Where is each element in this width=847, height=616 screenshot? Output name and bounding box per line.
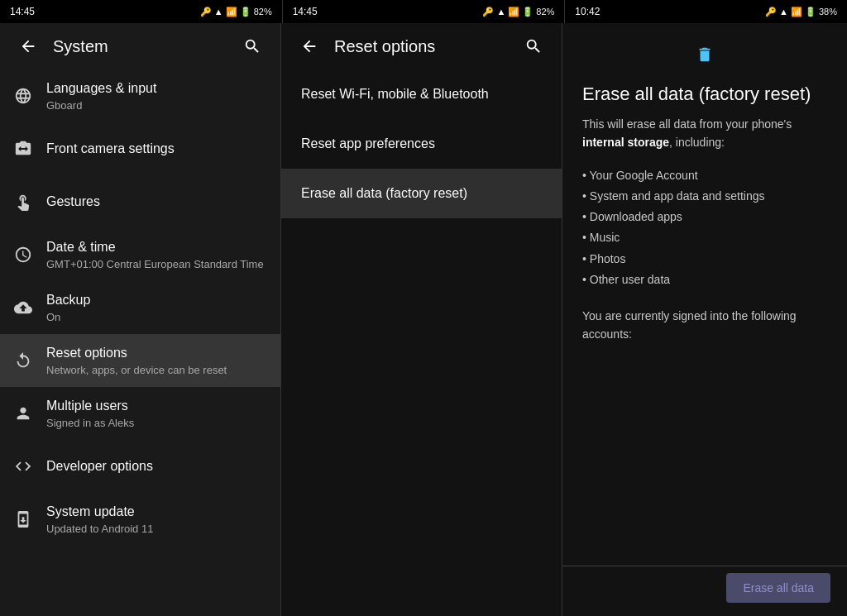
erase-list-item: • Your Google Account (582, 165, 827, 186)
reset-icon (13, 351, 33, 370)
backup-icon (13, 298, 33, 318)
erase-list-item: • System and app data and settings (582, 186, 827, 207)
time-2: 14:45 (293, 6, 318, 17)
language-icon (13, 86, 33, 106)
trash-icon (696, 40, 714, 70)
system-update-icon (13, 509, 33, 529)
backup-sublabel: On (46, 311, 267, 323)
reset-options-list: Reset Wi-Fi, mobile & Bluetooth Reset ap… (281, 69, 562, 616)
sidebar-item-languages[interactable]: Languages & input Gboard (0, 69, 280, 122)
erase-all-data-button[interactable]: Erase all data (726, 573, 830, 603)
sidebar-item-multiple-users[interactable]: Multiple users Signed in as Aleks (0, 387, 280, 440)
erase-all-data-title: Erase all data (factory reset) (582, 84, 827, 105)
languages-sublabel: Gboard (46, 99, 267, 112)
middle-panel: Reset options Reset Wi-Fi, mobile & Blue… (281, 23, 562, 616)
reset-app-preferences-label: Reset app preferences (301, 136, 435, 151)
divider (562, 566, 847, 566)
multiple-users-sublabel: Signed in as Aleks (46, 417, 267, 429)
backup-label: Backup (46, 292, 267, 309)
search-button-left[interactable] (237, 31, 267, 61)
time-3: 10:42 (575, 6, 600, 17)
erase-desc-bold: internal storage (582, 136, 669, 149)
reset-app-preferences-item[interactable]: Reset app preferences (281, 119, 562, 169)
back-button-left[interactable] (13, 31, 43, 61)
erase-list-item: • Downloaded apps (582, 207, 827, 227)
time-1: 14:45 (10, 6, 35, 17)
main-content: System Languages & input Gboard (0, 23, 847, 616)
person-icon (13, 404, 33, 423)
gestures-label: Gestures (46, 193, 267, 211)
status-icons-1: 🔑 ▲ 📶 🔋 82% (200, 7, 272, 17)
left-panel-header: System (0, 23, 280, 69)
developer-options-label: Developer options (46, 458, 267, 475)
status-icons-3: 🔑 ▲ 📶 🔋 38% (765, 7, 837, 17)
erase-accounts-text: You are currently signed into the follow… (582, 307, 827, 344)
status-icons-2: 🔑 ▲ 📶 🔋 82% (482, 7, 554, 17)
erase-list-item: • Other user data (582, 270, 827, 290)
sidebar-item-developer-options[interactable]: Developer options (0, 440, 280, 493)
status-bar-2: 14:45 🔑 ▲ 📶 🔋 82% (283, 0, 566, 23)
reset-options-sublabel: Network, apps, or device can be reset (46, 364, 267, 376)
erase-list-item: • Music (582, 227, 827, 248)
reset-wifi-item[interactable]: Reset Wi-Fi, mobile & Bluetooth (281, 69, 562, 119)
date-time-sublabel: GMT+01:00 Central European Standard Time (46, 258, 267, 270)
middle-panel-header: Reset options (281, 23, 562, 69)
sidebar-item-front-camera[interactable]: Front camera settings (0, 122, 280, 175)
right-panel: Erase all data (factory reset) This will… (562, 23, 847, 616)
erase-list-item: • Photos (582, 249, 827, 270)
date-time-label: Date & time (46, 239, 267, 256)
erase-all-data-label: Erase all data (factory reset) (301, 186, 467, 201)
system-update-sublabel: Updated to Android 11 (46, 523, 267, 535)
left-panel: System Languages & input Gboard (0, 23, 281, 616)
middle-panel-title: Reset options (334, 37, 509, 56)
reset-options-label: Reset options (46, 345, 267, 362)
erase-desc-text-2: , including: (669, 136, 725, 149)
status-bars: 14:45 🔑 ▲ 📶 🔋 82% 14:45 🔑 ▲ 📶 🔋 82% 10:4… (0, 0, 847, 23)
sidebar-item-system-update[interactable]: System update Updated to Android 11 (0, 493, 280, 546)
languages-label: Languages & input (46, 80, 267, 98)
sidebar-item-date-time[interactable]: Date & time GMT+01:00 Central European S… (0, 228, 280, 281)
camera-front-icon (13, 139, 33, 159)
multiple-users-label: Multiple users (46, 398, 267, 415)
erase-list: • Your Google Account • System and app d… (582, 165, 827, 290)
system-update-label: System update (46, 504, 267, 521)
gestures-icon (13, 192, 33, 212)
search-button-middle[interactable] (519, 31, 548, 61)
sidebar-item-gestures[interactable]: Gestures (0, 175, 280, 228)
clock-icon (13, 245, 33, 265)
settings-list: Languages & input Gboard Front camera se… (0, 69, 280, 616)
reset-wifi-label: Reset Wi-Fi, mobile & Bluetooth (301, 87, 489, 102)
developer-icon (13, 456, 33, 476)
front-camera-label: Front camera settings (46, 141, 267, 158)
trash-icon-container (582, 40, 827, 70)
sidebar-item-reset-options[interactable]: Reset options Network, apps, or device c… (0, 334, 280, 387)
status-bar-3: 10:42 🔑 ▲ 📶 🔋 38% (565, 0, 847, 23)
erase-btn-container: Erase all data (726, 573, 830, 603)
back-button-middle[interactable] (294, 31, 324, 61)
left-panel-title: System (53, 37, 227, 56)
sidebar-item-backup[interactable]: Backup On (0, 281, 280, 334)
status-bar-1: 14:45 🔑 ▲ 📶 🔋 82% (0, 0, 283, 23)
erase-desc-text-1: This will erase all data from your phone… (582, 117, 792, 131)
erase-description: This will erase all data from your phone… (582, 115, 827, 152)
erase-all-data-item[interactable]: Erase all data (factory reset) (281, 169, 562, 218)
